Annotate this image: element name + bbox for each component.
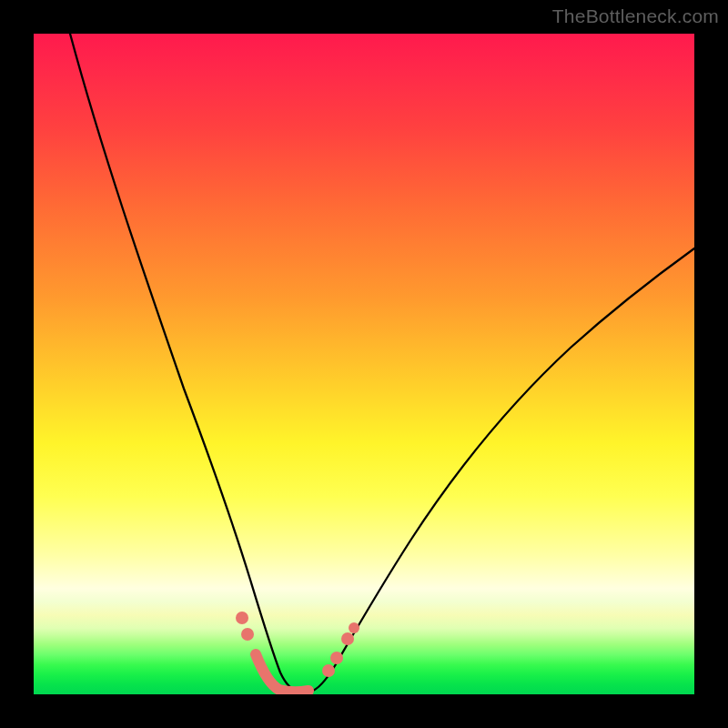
plot-area xyxy=(34,34,694,694)
curve-right-branch xyxy=(310,248,694,692)
svg-point-0 xyxy=(236,612,248,624)
watermark-text: TheBottleneck.com xyxy=(552,5,719,27)
svg-point-3 xyxy=(330,652,343,664)
svg-point-2 xyxy=(322,664,335,677)
svg-point-4 xyxy=(341,632,354,645)
salmon-highlight-right xyxy=(322,622,359,677)
svg-point-1 xyxy=(241,628,254,641)
chart-frame: TheBottleneck.com xyxy=(0,0,728,728)
curve-layer xyxy=(34,34,694,694)
svg-point-5 xyxy=(349,622,359,633)
curve-left-branch xyxy=(70,34,299,692)
